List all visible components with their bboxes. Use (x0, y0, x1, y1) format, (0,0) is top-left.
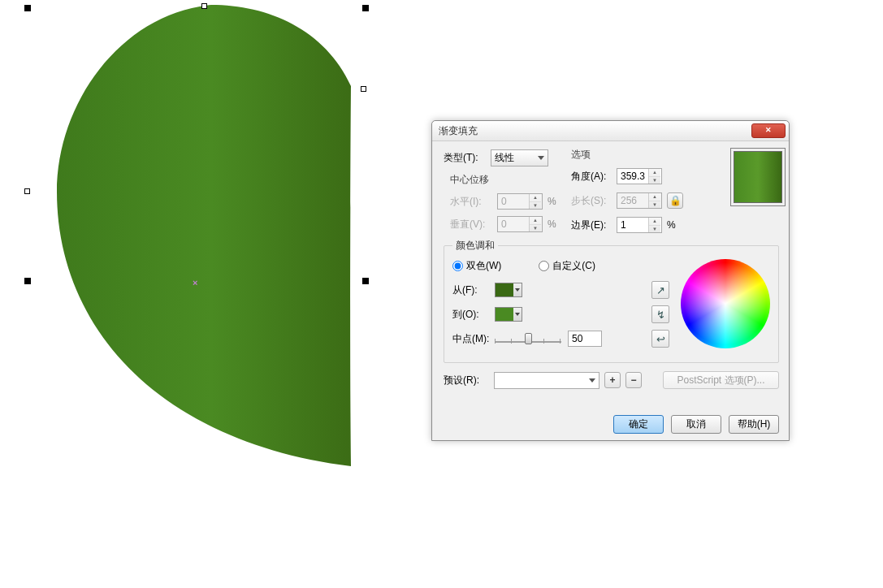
edge-spin[interactable]: ▲▼ (617, 217, 662, 233)
direct-path-button[interactable]: ↗ (651, 281, 669, 299)
horiz-input (498, 194, 529, 209)
gradient-leaf-shape[interactable] (57, 5, 366, 468)
vert-label: 垂直(V): (450, 218, 497, 231)
spin-down-icon[interactable]: ▼ (649, 226, 660, 233)
dialog-title: 渐变填充 (439, 124, 751, 138)
custom-radio[interactable]: 自定义(C) (539, 259, 595, 273)
lock-button[interactable]: 🔒 (667, 192, 683, 209)
horiz-spin: ▲▼ (497, 193, 543, 210)
line-icon: ↗ (656, 284, 665, 296)
handle-sw[interactable] (24, 278, 31, 284)
percent-label: % (667, 219, 676, 231)
midpoint-spin[interactable] (568, 331, 602, 347)
postscript-options-button[interactable]: PostScript 选项(P)... (663, 371, 779, 389)
chevron-down-icon (538, 156, 544, 160)
edge-input[interactable] (617, 218, 648, 232)
options-title: 选项 (571, 148, 697, 162)
preset-add-button[interactable]: + (604, 372, 621, 388)
to-swatch (496, 308, 513, 321)
gradient-fill-dialog: 渐变填充 ✕ 类型(T): 线性 中心位移 水平(I): ▲▼ % (431, 120, 790, 441)
spin-down-icon: ▼ (530, 202, 541, 210)
rotate-icon: ↯ (656, 309, 665, 321)
custom-label: 自定义(C) (552, 259, 595, 273)
edge-label: 边界(E): (571, 218, 617, 232)
twocolor-label: 双色(W) (466, 259, 501, 273)
angle-input[interactable] (617, 169, 648, 184)
chevron-down-icon (513, 308, 522, 321)
handle-ne[interactable] (362, 5, 369, 11)
cw-path-button[interactable]: ↯ (651, 305, 669, 323)
ok-button[interactable]: 确定 (613, 415, 664, 434)
dialog-footer: 确定 取消 帮助(H) (432, 408, 789, 440)
lock-icon: 🔒 (669, 195, 682, 206)
from-label: 从(F): (452, 283, 495, 297)
center-offset-title: 中心位移 (450, 173, 574, 187)
horiz-label: 水平(I): (450, 195, 497, 209)
spin-up-icon[interactable]: ▲ (649, 218, 660, 226)
type-value: 线性 (495, 151, 514, 165)
slider-thumb[interactable] (525, 333, 532, 344)
handle-w[interactable] (24, 188, 30, 194)
from-color-picker[interactable] (495, 283, 522, 297)
cancel-button[interactable]: 取消 (671, 415, 721, 434)
dialog-body: 类型(T): 线性 中心位移 水平(I): ▲▼ % 垂直(V): (432, 141, 789, 408)
vert-input (498, 217, 529, 231)
preset-label: 预设(R): (444, 374, 489, 387)
spin-down-icon: ▼ (649, 201, 660, 209)
to-color-picker[interactable] (495, 307, 522, 322)
spin-down-icon[interactable]: ▼ (649, 177, 660, 184)
percent-label: % (548, 196, 556, 207)
gradient-preview (730, 148, 786, 206)
to-label: 到(O): (452, 308, 495, 322)
help-button[interactable]: 帮助(H) (729, 415, 779, 434)
dialog-titlebar[interactable]: 渐变填充 ✕ (432, 121, 789, 141)
center-marker: × (193, 278, 197, 288)
spin-up-icon: ▲ (649, 193, 660, 201)
from-swatch (496, 283, 513, 296)
angle-spin[interactable]: ▲▼ (617, 168, 662, 184)
ccw-path-button[interactable]: ↩ (651, 330, 669, 348)
spin-up-icon: ▲ (530, 217, 541, 225)
spin-down-icon: ▼ (530, 225, 541, 232)
preset-combo[interactable] (494, 372, 599, 389)
midpoint-slider[interactable] (495, 331, 561, 346)
color-wheel[interactable] (681, 259, 770, 354)
close-button[interactable]: ✕ (751, 123, 786, 138)
handle-se[interactable] (362, 278, 369, 284)
handle-e-upper[interactable] (361, 86, 366, 92)
handle-n[interactable] (201, 3, 207, 9)
handle-nw[interactable] (24, 5, 31, 11)
type-combo[interactable]: 线性 (491, 149, 548, 166)
percent-label: % (548, 218, 556, 230)
twocolor-radio[interactable]: 双色(W) (452, 259, 501, 273)
color-blend-group: 颜色调和 双色(W) 自定义(C) 从(F): (444, 239, 779, 363)
blend-title: 颜色调和 (452, 239, 498, 253)
chevron-down-icon (513, 283, 522, 296)
steps-label: 步长(S): (571, 194, 617, 208)
curve-icon: ↩ (656, 333, 665, 345)
chevron-down-icon (589, 378, 595, 383)
spin-up-icon: ▲ (530, 194, 541, 202)
steps-input (617, 193, 648, 208)
vert-spin: ▲▼ (497, 216, 543, 232)
angle-label: 角度(A): (571, 170, 617, 184)
preset-remove-button[interactable]: − (625, 372, 642, 388)
steps-spin: ▲▼ (617, 192, 662, 209)
mid-label: 中点(M): (452, 332, 495, 346)
spin-up-icon[interactable]: ▲ (649, 169, 660, 177)
type-label: 类型(T): (444, 151, 491, 165)
midpoint-input[interactable] (569, 331, 599, 346)
